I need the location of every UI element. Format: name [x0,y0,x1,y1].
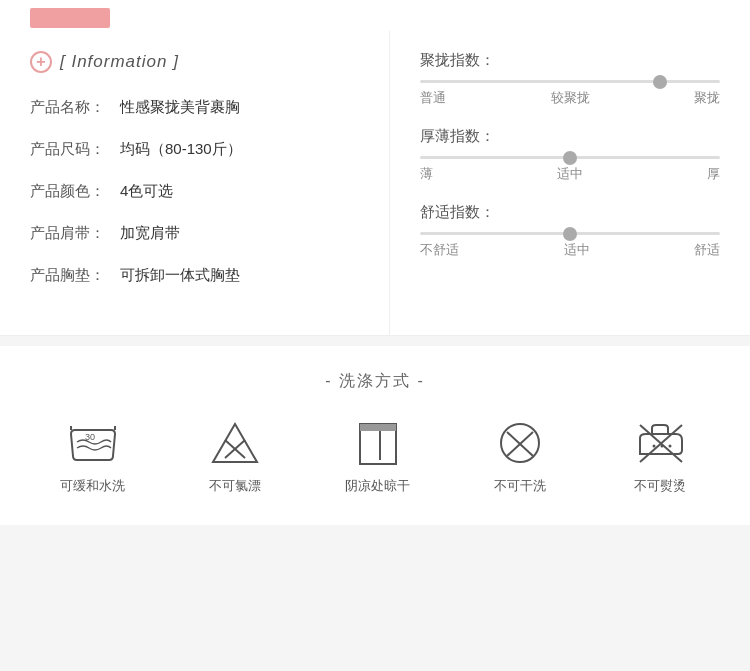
product-name-value: 性感聚拢美背裹胸 [120,95,240,119]
gather-slider-thumb [653,75,667,89]
thickness-index-title: 厚薄指数： [420,127,720,146]
wash-label-no-bleach: 不可氯漂 [209,477,261,495]
product-color-label: 产品颜色： [30,179,120,203]
wash-item-no-iron: 不可熨烫 [630,417,690,495]
comfort-slider-thumb [563,227,577,241]
gather-label-2: 聚拢 [694,89,720,107]
wash-icon-no-iron [630,417,690,469]
comfort-slider-labels: 不舒适 适中 舒适 [420,241,720,259]
wash-icon-no-dry-clean [490,417,550,469]
product-strap-row: 产品肩带： 加宽肩带 [30,221,369,245]
product-name-row: 产品名称： 性感聚拢美背裹胸 [30,95,369,119]
thickness-slider-thumb [563,151,577,165]
wash-label-no-dry-clean: 不可干洗 [494,477,546,495]
pink-decoration [30,8,110,28]
product-pad-value: 可拆卸一体式胸垫 [120,263,240,287]
comfort-index-section: 舒适指数： 不舒适 适中 舒适 [420,203,720,259]
thickness-label-2: 厚 [707,165,720,183]
right-panel: 聚拢指数： 普通 较聚拢 聚拢 厚薄指数： 薄 适中 厚 舒适指数： [390,31,750,335]
svg-point-9 [653,445,656,448]
comfort-label-2: 舒适 [694,241,720,259]
wash-title: - 洗涤方式 - [20,371,730,392]
wash-icons-container: 30 可缓和水洗 不可氯漂 [20,417,730,495]
svg-point-11 [669,445,672,448]
thickness-slider-labels: 薄 适中 厚 [420,165,720,183]
thickness-label-1: 适中 [557,165,583,183]
gather-label-1: 较聚拢 [551,89,590,107]
comfort-label-0: 不舒适 [420,241,459,259]
gather-index-title: 聚拢指数： [420,51,720,70]
gather-slider-labels: 普通 较聚拢 聚拢 [420,89,720,107]
info-header: + [ Information ] [30,51,369,73]
product-pad-row: 产品胸垫： 可拆卸一体式胸垫 [30,263,369,287]
product-color-row: 产品颜色： 4色可选 [30,179,369,203]
thickness-slider-track [420,156,720,159]
comfort-index-title: 舒适指数： [420,203,720,222]
wash-item-no-dry-clean: 不可干洗 [490,417,550,495]
svg-text:30: 30 [85,432,95,442]
product-size-label: 产品尺码： [30,137,120,161]
product-pad-label: 产品胸垫： [30,263,120,287]
info-title: [ Information ] [60,52,179,72]
product-size-value: 均码（80-130斤） [120,137,242,161]
product-strap-label: 产品肩带： [30,221,120,245]
plus-icon: + [30,51,52,73]
gather-index-section: 聚拢指数： 普通 较聚拢 聚拢 [420,51,720,107]
top-bar [0,0,750,31]
wash-label-gentle: 可缓和水洗 [60,477,125,495]
product-name-label: 产品名称： [30,95,120,119]
svg-rect-5 [360,424,396,431]
wash-item-dry: 阴凉处晾干 [345,417,410,495]
wash-icon-gentle: 30 [63,417,123,469]
thickness-label-0: 薄 [420,165,433,183]
wash-icon-dry [348,417,408,469]
product-strap-value: 加宽肩带 [120,221,180,245]
product-size-row: 产品尺码： 均码（80-130斤） [30,137,369,161]
info-section: + [ Information ] 产品名称： 性感聚拢美背裹胸 产品尺码： 均… [0,31,750,336]
wash-label-dry: 阴凉处晾干 [345,477,410,495]
wash-section: - 洗涤方式 - 30 可缓和水洗 [0,346,750,525]
wash-icon-no-bleach [205,417,265,469]
comfort-slider-track [420,232,720,235]
thickness-index-section: 厚薄指数： 薄 适中 厚 [420,127,720,183]
wash-label-no-iron: 不可熨烫 [634,477,686,495]
gather-label-0: 普通 [420,89,446,107]
wash-item-gentle: 30 可缓和水洗 [60,417,125,495]
comfort-label-1: 适中 [564,241,590,259]
product-color-value: 4色可选 [120,179,173,203]
left-panel: + [ Information ] 产品名称： 性感聚拢美背裹胸 产品尺码： 均… [0,31,390,335]
gather-slider-track [420,80,720,83]
wash-item-no-bleach: 不可氯漂 [205,417,265,495]
